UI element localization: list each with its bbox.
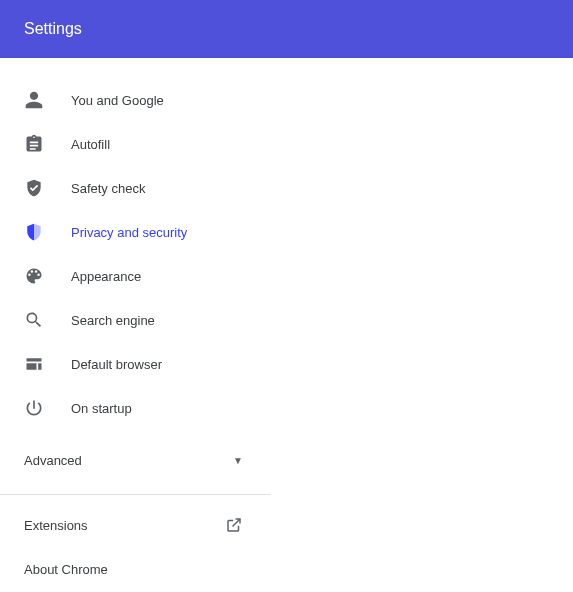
sidebar-item-about-chrome[interactable]: About Chrome — [0, 547, 271, 591]
sidebar-item-search-engine[interactable]: Search engine — [0, 298, 271, 342]
sidebar-item-on-startup[interactable]: On startup — [0, 386, 271, 430]
extensions-label: Extensions — [24, 518, 88, 533]
sidebar-item-label: Privacy and security — [71, 225, 187, 240]
sidebar-item-label: Default browser — [71, 357, 162, 372]
sidebar-item-label: Safety check — [71, 181, 145, 196]
about-label: About Chrome — [24, 562, 108, 577]
sidebar-item-label: Search engine — [71, 313, 155, 328]
sidebar-item-label: Appearance — [71, 269, 141, 284]
clipboard-icon — [24, 134, 44, 154]
sidebar-item-default-browser[interactable]: Default browser — [0, 342, 271, 386]
sidebar-item-you-and-google[interactable]: You and Google — [0, 78, 271, 122]
browser-window-icon — [24, 354, 44, 374]
settings-sidebar: You and Google Autofill Safety check Pri… — [0, 58, 271, 591]
sidebar-item-label: On startup — [71, 401, 132, 416]
shield-check-icon — [24, 178, 44, 198]
sidebar-item-autofill[interactable]: Autofill — [0, 122, 271, 166]
palette-icon — [24, 266, 44, 286]
search-icon — [24, 310, 44, 330]
page-title: Settings — [24, 20, 82, 38]
advanced-label: Advanced — [24, 453, 82, 468]
sidebar-item-appearance[interactable]: Appearance — [0, 254, 271, 298]
sidebar-item-safety-check[interactable]: Safety check — [0, 166, 271, 210]
sidebar-divider — [0, 494, 271, 495]
sidebar-item-privacy-and-security[interactable]: Privacy and security — [0, 210, 271, 254]
sidebar-item-label: Autofill — [71, 137, 110, 152]
settings-header: Settings — [0, 0, 573, 58]
power-icon — [24, 398, 44, 418]
sidebar-item-label: You and Google — [71, 93, 164, 108]
chevron-down-icon: ▼ — [233, 455, 243, 466]
sidebar-advanced-toggle[interactable]: Advanced ▼ — [0, 438, 271, 482]
person-icon — [24, 90, 44, 110]
sidebar-item-extensions[interactable]: Extensions — [0, 503, 271, 547]
open-in-new-icon — [225, 516, 243, 534]
security-shield-icon — [24, 222, 44, 242]
